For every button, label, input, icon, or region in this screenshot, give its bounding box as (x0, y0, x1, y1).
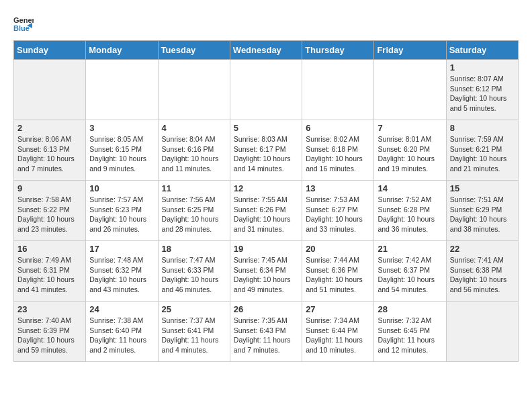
weekday-header-thursday: Thursday (302, 41, 374, 60)
day-info: Sunrise: 7:44 AM Sunset: 6:36 PM Dayligh… (306, 255, 370, 295)
day-info: Sunrise: 7:40 AM Sunset: 6:39 PM Dayligh… (17, 316, 82, 355)
day-cell: 19Sunrise: 7:45 AM Sunset: 6:34 PM Dayli… (230, 241, 302, 302)
day-info: Sunrise: 7:55 AM Sunset: 6:26 PM Dayligh… (234, 195, 298, 234)
weekday-header-row: SundayMondayTuesdayWednesdayThursdayFrid… (14, 41, 519, 60)
weekday-header-sunday: Sunday (14, 41, 86, 60)
day-info: Sunrise: 8:02 AM Sunset: 6:18 PM Dayligh… (306, 134, 370, 174)
day-info: Sunrise: 7:59 AM Sunset: 6:21 PM Dayligh… (450, 134, 515, 174)
day-info: Sunrise: 7:45 AM Sunset: 6:34 PM Dayligh… (234, 255, 298, 295)
day-cell: 10Sunrise: 7:57 AM Sunset: 6:23 PM Dayli… (86, 181, 158, 241)
day-info: Sunrise: 7:53 AM Sunset: 6:27 PM Dayligh… (306, 195, 370, 234)
day-info: Sunrise: 7:51 AM Sunset: 6:29 PM Dayligh… (450, 195, 515, 234)
day-cell (230, 60, 302, 120)
day-info: Sunrise: 8:05 AM Sunset: 6:15 PM Dayligh… (89, 134, 154, 174)
header: General Blue (13, 13, 519, 34)
day-cell: 7Sunrise: 8:01 AM Sunset: 6:20 PM Daylig… (374, 120, 446, 181)
day-cell: 24Sunrise: 7:38 AM Sunset: 6:40 PM Dayli… (86, 302, 158, 362)
day-number: 19 (234, 244, 298, 254)
day-number: 23 (17, 304, 82, 314)
day-cell: 28Sunrise: 7:32 AM Sunset: 6:45 PM Dayli… (374, 302, 446, 362)
day-number: 20 (306, 244, 370, 254)
calendar-table: SundayMondayTuesdayWednesdayThursdayFrid… (13, 40, 519, 362)
day-cell: 5Sunrise: 8:03 AM Sunset: 6:17 PM Daylig… (230, 120, 302, 181)
day-cell: 25Sunrise: 7:37 AM Sunset: 6:41 PM Dayli… (158, 302, 230, 362)
day-info: Sunrise: 7:49 AM Sunset: 6:31 PM Dayligh… (17, 255, 82, 295)
day-cell: 14Sunrise: 7:52 AM Sunset: 6:28 PM Dayli… (374, 181, 446, 241)
day-number: 15 (450, 183, 515, 193)
week-row-1: 1Sunrise: 8:07 AM Sunset: 6:12 PM Daylig… (14, 60, 519, 120)
day-info: Sunrise: 8:01 AM Sunset: 6:20 PM Dayligh… (378, 134, 442, 174)
day-cell: 11Sunrise: 7:56 AM Sunset: 6:25 PM Dayli… (158, 181, 230, 241)
day-cell: 21Sunrise: 7:42 AM Sunset: 6:37 PM Dayli… (374, 241, 446, 302)
day-cell: 12Sunrise: 7:55 AM Sunset: 6:26 PM Dayli… (230, 181, 302, 241)
day-number: 14 (378, 183, 442, 193)
svg-text:Blue: Blue (13, 24, 30, 32)
day-cell: 27Sunrise: 7:34 AM Sunset: 6:44 PM Dayli… (302, 302, 374, 362)
day-info: Sunrise: 7:37 AM Sunset: 6:41 PM Dayligh… (162, 316, 226, 355)
day-info: Sunrise: 7:35 AM Sunset: 6:43 PM Dayligh… (234, 316, 298, 355)
day-number: 4 (162, 123, 226, 133)
day-cell: 8Sunrise: 7:59 AM Sunset: 6:21 PM Daylig… (446, 120, 518, 181)
weekday-header-tuesday: Tuesday (158, 41, 230, 60)
day-number: 17 (89, 244, 154, 254)
day-cell (86, 60, 158, 120)
day-number: 8 (450, 123, 515, 133)
weekday-header-saturday: Saturday (446, 41, 518, 60)
day-info: Sunrise: 8:04 AM Sunset: 6:16 PM Dayligh… (162, 134, 226, 174)
day-cell: 13Sunrise: 7:53 AM Sunset: 6:27 PM Dayli… (302, 181, 374, 241)
day-info: Sunrise: 7:56 AM Sunset: 6:25 PM Dayligh… (162, 195, 226, 234)
day-number: 2 (17, 123, 82, 133)
day-cell: 9Sunrise: 7:58 AM Sunset: 6:22 PM Daylig… (14, 181, 86, 241)
day-cell (158, 60, 230, 120)
day-cell: 3Sunrise: 8:05 AM Sunset: 6:15 PM Daylig… (86, 120, 158, 181)
day-cell: 26Sunrise: 7:35 AM Sunset: 6:43 PM Dayli… (230, 302, 302, 362)
svg-text:General: General (13, 16, 34, 24)
day-cell (302, 60, 374, 120)
day-number: 24 (89, 304, 154, 314)
day-cell: 4Sunrise: 8:04 AM Sunset: 6:16 PM Daylig… (158, 120, 230, 181)
day-cell: 23Sunrise: 7:40 AM Sunset: 6:39 PM Dayli… (14, 302, 86, 362)
day-info: Sunrise: 7:34 AM Sunset: 6:44 PM Dayligh… (306, 316, 370, 355)
day-info: Sunrise: 7:52 AM Sunset: 6:28 PM Dayligh… (378, 195, 442, 234)
day-cell: 16Sunrise: 7:49 AM Sunset: 6:31 PM Dayli… (14, 241, 86, 302)
day-number: 7 (378, 123, 442, 133)
day-number: 11 (162, 183, 226, 193)
day-cell: 6Sunrise: 8:02 AM Sunset: 6:18 PM Daylig… (302, 120, 374, 181)
day-number: 10 (89, 183, 154, 193)
day-info: Sunrise: 7:47 AM Sunset: 6:33 PM Dayligh… (162, 255, 226, 295)
day-info: Sunrise: 8:06 AM Sunset: 6:13 PM Dayligh… (17, 134, 82, 174)
day-number: 9 (17, 183, 82, 193)
day-number: 22 (450, 244, 515, 254)
day-info: Sunrise: 7:42 AM Sunset: 6:37 PM Dayligh… (378, 255, 442, 295)
day-number: 12 (234, 183, 298, 193)
day-cell (446, 302, 518, 362)
day-number: 18 (162, 244, 226, 254)
day-info: Sunrise: 7:57 AM Sunset: 6:23 PM Dayligh… (89, 195, 154, 234)
day-number: 5 (234, 123, 298, 133)
logo: General Blue (13, 13, 38, 34)
weekday-header-wednesday: Wednesday (230, 41, 302, 60)
day-cell (374, 60, 446, 120)
day-cell: 2Sunrise: 8:06 AM Sunset: 6:13 PM Daylig… (14, 120, 86, 181)
day-number: 16 (17, 244, 82, 254)
day-info: Sunrise: 7:38 AM Sunset: 6:40 PM Dayligh… (89, 316, 154, 355)
day-number: 25 (162, 304, 226, 314)
day-cell: 20Sunrise: 7:44 AM Sunset: 6:36 PM Dayli… (302, 241, 374, 302)
day-number: 3 (89, 123, 154, 133)
day-info: Sunrise: 7:41 AM Sunset: 6:38 PM Dayligh… (450, 255, 515, 295)
logo-icon: General Blue (13, 13, 34, 34)
day-cell: 17Sunrise: 7:48 AM Sunset: 6:32 PM Dayli… (86, 241, 158, 302)
week-row-5: 23Sunrise: 7:40 AM Sunset: 6:39 PM Dayli… (14, 302, 519, 362)
day-info: Sunrise: 7:48 AM Sunset: 6:32 PM Dayligh… (89, 255, 154, 295)
day-cell: 18Sunrise: 7:47 AM Sunset: 6:33 PM Dayli… (158, 241, 230, 302)
day-cell: 22Sunrise: 7:41 AM Sunset: 6:38 PM Dayli… (446, 241, 518, 302)
day-info: Sunrise: 8:03 AM Sunset: 6:17 PM Dayligh… (234, 134, 298, 174)
day-number: 1 (450, 62, 515, 73)
day-info: Sunrise: 8:07 AM Sunset: 6:12 PM Dayligh… (450, 74, 515, 113)
day-cell: 15Sunrise: 7:51 AM Sunset: 6:29 PM Dayli… (446, 181, 518, 241)
day-number: 27 (306, 304, 370, 314)
day-number: 21 (378, 244, 442, 254)
weekday-header-friday: Friday (374, 41, 446, 60)
day-info: Sunrise: 7:32 AM Sunset: 6:45 PM Dayligh… (378, 316, 442, 355)
day-number: 26 (234, 304, 298, 314)
